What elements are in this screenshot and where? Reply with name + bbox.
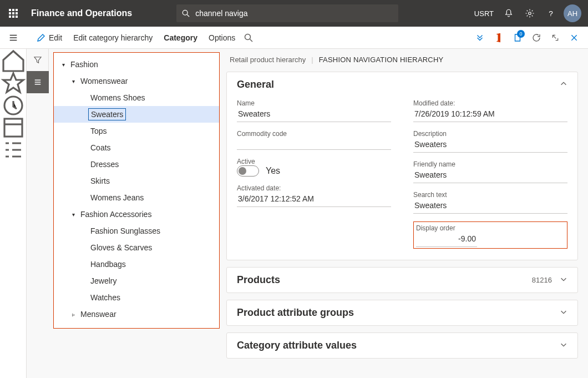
- edit-hierarchy-label: Edit category hierarchy: [73, 33, 153, 42]
- svg-rect-4: [12, 12, 14, 14]
- tree-node-womens-jeans[interactable]: Womens Jeans: [54, 189, 219, 206]
- tree-label: Fashion Sunglasses: [88, 225, 163, 236]
- office-icon[interactable]: [489, 27, 508, 49]
- svg-rect-2: [16, 9, 18, 11]
- tree-node-fashion-sunglasses[interactable]: Fashion Sunglasses: [54, 223, 219, 239]
- refresh-icon[interactable]: [527, 27, 546, 49]
- value-display-order[interactable]: -9.00: [416, 232, 477, 247]
- section-category-attribute-values: Category attribute values: [226, 332, 578, 359]
- caret-down-icon: ▾: [68, 78, 78, 84]
- app-launcher-icon[interactable]: [4, 4, 22, 22]
- tree-label: Dresses: [88, 159, 121, 170]
- tree-node-sweaters[interactable]: Sweaters: [54, 106, 219, 123]
- tree-node-coats[interactable]: Coats: [54, 139, 219, 156]
- connector-icon[interactable]: [470, 27, 489, 49]
- global-search[interactable]: [176, 4, 398, 22]
- value-modified-date[interactable]: 7/26/2019 10:12:59 AM: [413, 107, 567, 122]
- list-view-icon[interactable]: [27, 71, 49, 93]
- products-count: 81216: [532, 276, 552, 284]
- svg-rect-5: [16, 12, 18, 14]
- tree-node-fashion-accessories[interactable]: ▾ Fashion Accessories: [54, 206, 219, 223]
- tree-node-skirts[interactable]: Skirts: [54, 173, 219, 189]
- section-product-attribute-groups-header[interactable]: Product attribute groups: [227, 300, 577, 325]
- chevron-down-icon: [560, 274, 567, 286]
- svg-rect-16: [4, 119, 22, 137]
- value-commodity[interactable]: [237, 138, 391, 150]
- tree-node-womenswear[interactable]: ▾ Womenswear: [54, 73, 219, 89]
- navigation-rail: [0, 49, 27, 378]
- notifications-button[interactable]: [498, 0, 519, 27]
- value-search-text[interactable]: Sweaters: [413, 199, 567, 214]
- section-category-attribute-values-header[interactable]: Category attribute values: [227, 333, 577, 358]
- nav-favorites[interactable]: [0, 72, 27, 94]
- company-code: USRT: [474, 9, 494, 18]
- caret-down-icon: ▾: [68, 211, 78, 218]
- tree-node-menswear[interactable]: ▹ Menswear: [54, 306, 219, 322]
- caret-right-icon: ▹: [68, 311, 78, 317]
- tree-node-womens-shoes[interactable]: Womens Shoes: [54, 89, 219, 106]
- svg-line-10: [187, 14, 189, 17]
- attachments-badge: 0: [517, 30, 525, 38]
- tree-label: Womens Jeans: [88, 192, 146, 203]
- svg-line-14: [250, 39, 253, 42]
- label-description: Description: [413, 130, 567, 138]
- tree-node-jewelry[interactable]: Jewelry: [54, 273, 219, 289]
- tree-node-dresses[interactable]: Dresses: [54, 156, 219, 173]
- nav-modules[interactable]: [0, 139, 27, 161]
- tree-label: Sweaters: [88, 108, 126, 120]
- filter-column: [27, 49, 49, 378]
- tree-label: Handbags: [88, 259, 128, 270]
- value-name[interactable]: Sweaters: [237, 107, 391, 122]
- find-button[interactable]: [241, 27, 260, 49]
- user-avatar[interactable]: AH: [564, 4, 581, 22]
- caret-down-icon: ▾: [58, 62, 68, 68]
- tree-label: Coats: [88, 142, 113, 153]
- value-description[interactable]: Sweaters: [413, 138, 567, 153]
- global-search-input[interactable]: [194, 8, 393, 18]
- value-friendly-name[interactable]: Sweaters: [413, 168, 567, 183]
- tree-node-watches[interactable]: Watches: [54, 289, 219, 306]
- breadcrumb-parent[interactable]: Retail product hierarchy: [230, 56, 306, 64]
- label-commodity: Commodity code: [237, 130, 391, 138]
- svg-point-9: [183, 10, 188, 15]
- toggle-active[interactable]: [237, 165, 259, 177]
- chevron-down-icon: [560, 307, 567, 319]
- help-button[interactable]: ?: [540, 0, 561, 27]
- nav-toggle[interactable]: [0, 27, 27, 49]
- nav-home[interactable]: [0, 50, 27, 72]
- popout-icon[interactable]: [546, 27, 565, 49]
- chevron-down-icon: [560, 340, 567, 351]
- section-title: Category attribute values: [237, 340, 357, 351]
- nav-recent[interactable]: [0, 94, 27, 117]
- settings-button[interactable]: [519, 0, 540, 27]
- section-general-header[interactable]: General: [227, 72, 577, 97]
- tree-node-gloves-scarves[interactable]: Gloves & Scarves: [54, 239, 219, 256]
- edit-label: Edit: [49, 33, 62, 42]
- options-tab[interactable]: Options: [203, 27, 241, 49]
- svg-rect-7: [12, 16, 14, 18]
- value-activated-date[interactable]: 3/6/2017 12:12:52 AM: [237, 192, 391, 207]
- tree-node-handbags[interactable]: Handbags: [54, 256, 219, 273]
- breadcrumb-separator: |: [311, 56, 313, 64]
- category-tree: ▾ Fashion ▾ Womenswear Womens Shoes Swea…: [53, 52, 220, 329]
- tree-node-tops[interactable]: Tops: [54, 123, 219, 139]
- toggle-active-text: Yes: [266, 166, 280, 176]
- section-products-header[interactable]: Products 81216: [227, 268, 577, 293]
- filter-icon[interactable]: [27, 49, 49, 71]
- svg-point-11: [529, 12, 531, 15]
- nav-workspaces[interactable]: [0, 117, 27, 139]
- close-icon[interactable]: [565, 27, 584, 49]
- global-header: Finance and Operations USRT ? AH: [0, 0, 588, 27]
- edit-hierarchy-button[interactable]: Edit category hierarchy: [68, 27, 158, 49]
- label-search-text: Search text: [413, 191, 567, 199]
- edit-button[interactable]: Edit: [31, 27, 68, 49]
- category-tab[interactable]: Category: [158, 27, 203, 49]
- attachments-icon[interactable]: 0: [508, 27, 527, 49]
- tree-label: Fashion Accessories: [78, 209, 154, 220]
- section-product-attribute-groups: Product attribute groups: [226, 300, 578, 326]
- tree-label: Fashion: [68, 59, 100, 70]
- tree-node-fashion[interactable]: ▾ Fashion: [54, 56, 219, 73]
- label-friendly-name: Friendly name: [413, 160, 567, 168]
- label-modified-date: Modified date:: [413, 99, 567, 107]
- command-bar: Edit Edit category hierarchy Category Op…: [27, 27, 588, 48]
